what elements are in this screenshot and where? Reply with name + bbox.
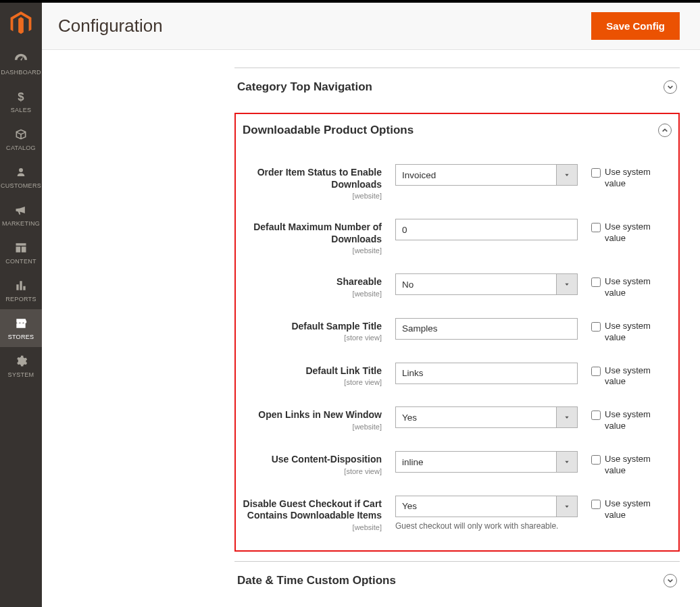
store-icon (14, 316, 28, 331)
label-text: Use Content-Disposition (240, 454, 382, 466)
downloadable-form: Order Item Status to Enable Downloads [w… (240, 149, 674, 541)
dollar-icon: $ (14, 89, 28, 104)
row-label: Order Item Status to Enable Downloads [w… (240, 164, 382, 200)
use-system-label: Use system value (605, 498, 659, 521)
sidebar-item-label: CUSTOMERS (1, 182, 41, 189)
sidebar-item-label: CATALOG (6, 144, 36, 151)
content-area: Category Top Navigation Downloadable Pro… (42, 50, 700, 607)
app-root: DASHBOARD $ SALES CATALOG CUSTOMERS MARK… (0, 0, 700, 607)
scope-label: [website] (240, 423, 382, 431)
scope-label: [website] (240, 192, 382, 200)
use-system-value[interactable]: Use system value (591, 219, 659, 244)
use-system-checkbox[interactable] (591, 278, 601, 287)
label-text: Disable Guest Checkout if Cart Contains … (240, 498, 382, 522)
select-content-disposition[interactable] (395, 451, 578, 473)
row-content-disposition: Use Content-Disposition [store view] (240, 442, 674, 486)
row-disable-guest-checkout: Disable Guest Checkout if Cart Contains … (240, 486, 674, 541)
row-field (395, 406, 578, 428)
section-title: Downloadable Product Options (243, 124, 414, 137)
select-value[interactable] (395, 451, 578, 473)
row-label: Use Content-Disposition [store view] (240, 451, 382, 475)
section-header-downloadable[interactable]: Downloadable Product Options (240, 114, 674, 149)
row-default-link-title: Default Link Title [store view] Use syst… (240, 353, 674, 398)
sidebar-item-sales[interactable]: $ SALES (0, 82, 42, 120)
use-system-label: Use system value (605, 276, 659, 299)
row-field (395, 164, 578, 186)
sidebar-item-reports[interactable]: REPORTS (0, 271, 42, 309)
sidebar-item-content[interactable]: CONTENT (0, 234, 42, 271)
input-max-downloads[interactable] (395, 219, 578, 240)
input-default-sample-title[interactable] (395, 318, 578, 340)
label-text: Default Sample Title (240, 321, 382, 333)
section-header-date-time[interactable]: Date & Time Custom Options (234, 562, 680, 600)
use-system-checkbox[interactable] (591, 367, 601, 376)
use-system-value[interactable]: Use system value (591, 164, 659, 190)
admin-sidebar: DASHBOARD $ SALES CATALOG CUSTOMERS MARK… (0, 0, 42, 607)
row-field: Guest checkout will only work with share… (395, 496, 578, 531)
row-open-links-new-window: Open Links in New Window [website] (240, 397, 674, 442)
section-title: Date & Time Custom Options (237, 574, 396, 587)
sidebar-item-dashboard[interactable]: DASHBOARD (0, 45, 42, 82)
chevron-down-icon (664, 574, 677, 587)
select-disable-guest-checkout[interactable] (395, 496, 578, 517)
row-order-item-status: Order Item Status to Enable Downloads [w… (240, 155, 674, 209)
use-system-value[interactable]: Use system value (591, 406, 659, 432)
sidebar-item-stores[interactable]: STORES (0, 309, 42, 347)
select-value[interactable] (395, 406, 578, 428)
select-shareable[interactable] (395, 273, 578, 295)
use-system-checkbox[interactable] (591, 322, 601, 332)
scope-label: [website] (240, 290, 382, 298)
save-config-button[interactable]: Save Config (591, 12, 680, 40)
select-value[interactable] (395, 164, 578, 186)
use-system-value[interactable]: Use system value (591, 318, 659, 344)
use-system-value[interactable]: Use system value (591, 451, 659, 477)
select-value[interactable] (395, 496, 578, 517)
megaphone-icon (14, 203, 28, 217)
row-label: Open Links in New Window [website] (240, 406, 382, 431)
use-system-label: Use system value (605, 321, 659, 344)
input-default-link-title[interactable] (395, 363, 578, 384)
use-system-checkbox[interactable] (591, 455, 601, 465)
select-order-item-status[interactable] (395, 164, 578, 186)
row-field (395, 318, 578, 340)
page-title: Configuration (58, 16, 163, 36)
section-downloadable-product-options: Downloadable Product Options Order Item … (234, 113, 680, 552)
field-note: Guest checkout will only work with share… (395, 521, 578, 531)
scope-label: [store view] (240, 334, 382, 342)
chevron-down-icon (664, 80, 677, 94)
select-open-links-new-window[interactable] (395, 406, 578, 428)
sidebar-item-label: STORES (8, 334, 34, 340)
svg-text:$: $ (18, 90, 24, 103)
sidebar-item-label: MARKETING (2, 220, 40, 227)
use-system-checkbox[interactable] (591, 411, 601, 420)
label-text: Shareable (240, 276, 382, 288)
sidebar-item-marketing[interactable]: MARKETING (0, 196, 42, 234)
row-label: Disable Guest Checkout if Cart Contains … (240, 496, 382, 531)
use-system-label: Use system value (605, 221, 659, 244)
person-icon (14, 165, 28, 180)
row-label: Default Maximum Number of Downloads [web… (240, 219, 382, 255)
use-system-checkbox[interactable] (591, 223, 601, 232)
label-text: Default Maximum Number of Downloads (240, 221, 382, 245)
row-label: Default Link Title [store view] (240, 363, 382, 387)
use-system-checkbox[interactable] (591, 500, 601, 509)
label-text: Order Item Status to Enable Downloads (240, 167, 382, 190)
chevron-up-icon (658, 124, 672, 137)
section-header-category-top-nav[interactable]: Category Top Navigation (234, 68, 680, 106)
select-value[interactable] (395, 273, 578, 295)
sidebar-item-customers[interactable]: CUSTOMERS (0, 158, 42, 196)
use-system-value[interactable]: Use system value (591, 496, 659, 521)
sidebar-item-catalog[interactable]: CATALOG (0, 120, 42, 158)
label-text: Open Links in New Window (240, 409, 382, 421)
use-system-checkbox[interactable] (591, 168, 601, 178)
bar-chart-icon (14, 278, 28, 293)
row-default-sample-title: Default Sample Title [store view] Use sy… (240, 309, 674, 353)
sidebar-item-system[interactable]: SYSTEM (0, 347, 42, 385)
box-icon (14, 127, 28, 142)
use-system-value[interactable]: Use system value (591, 273, 659, 299)
config-panel: Category Top Navigation Downloadable Pro… (234, 68, 680, 600)
magento-logo[interactable] (0, 3, 42, 45)
use-system-value[interactable]: Use system value (591, 363, 659, 388)
row-label: Default Sample Title [store view] (240, 318, 382, 342)
magento-logo-icon (10, 11, 32, 36)
